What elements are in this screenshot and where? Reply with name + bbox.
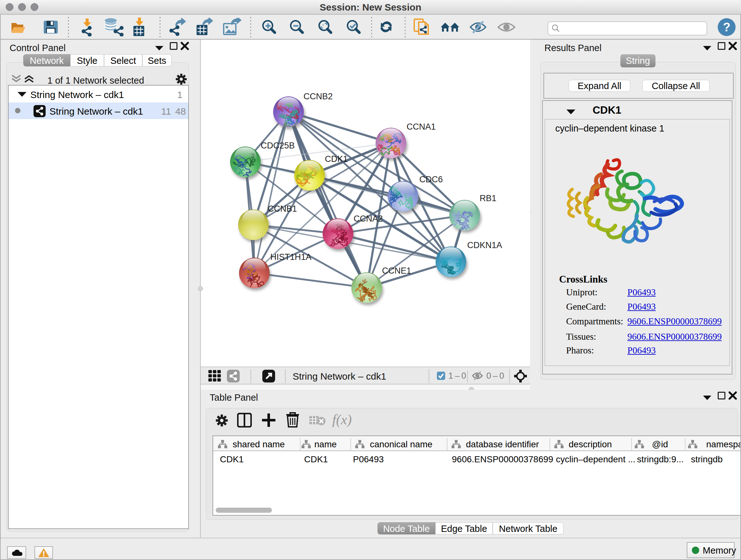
svg-text:CCNB2: CCNB2 bbox=[304, 91, 333, 101]
svg-text:RB1: RB1 bbox=[480, 193, 496, 203]
svg-text:CDC6: CDC6 bbox=[419, 175, 443, 184]
svg-text:CCNA1: CCNA1 bbox=[407, 122, 436, 132]
svg-text:CDC25B: CDC25B bbox=[261, 141, 295, 150]
svg-text:CCNE1: CCNE1 bbox=[382, 266, 411, 275]
svg-text:CDKN1A: CDKN1A bbox=[467, 240, 502, 250]
svg-text:HIST1H1A: HIST1H1A bbox=[270, 252, 312, 262]
svg-text:CDK1: CDK1 bbox=[325, 154, 348, 164]
svg-text:CCNA2: CCNA2 bbox=[354, 214, 383, 224]
svg-text:CCNB1: CCNB1 bbox=[268, 204, 297, 213]
